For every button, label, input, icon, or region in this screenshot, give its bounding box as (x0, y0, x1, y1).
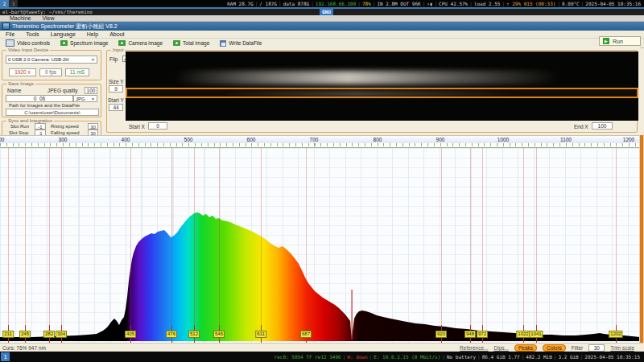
workspace-tab[interactable]: 3 (9, 0, 18, 7)
chevron-down-icon: ▼ (91, 57, 95, 62)
size-y-input[interactable]: 9 (109, 85, 123, 93)
filter-input[interactable]: 30 (588, 344, 605, 352)
menu-item[interactable]: Help (81, 31, 104, 37)
separator: | (502, 1, 505, 6)
colors-button[interactable]: Colors (543, 344, 566, 352)
rising-speed-label: Rising speed (51, 124, 79, 129)
write-datafile-button[interactable]: Write DataFile (216, 39, 266, 47)
rising-speed-input[interactable]: 30 (88, 123, 98, 130)
row-selection-rectangle[interactable] (126, 88, 638, 98)
plot-scrollbar[interactable] (639, 135, 644, 343)
reference-line (25, 148, 26, 343)
video-input-group-title: Video Input Device (6, 47, 50, 52)
trim-scale-button[interactable]: Trim scale (610, 345, 634, 351)
reference-button[interactable]: Reference... (460, 345, 488, 351)
path-label: Path for Images and the DataFile (9, 103, 80, 108)
sysbar-segment: 192.168.66.100 (316, 1, 357, 6)
sysbar-segment: / 187G (259, 1, 277, 6)
vm-menu-item[interactable]: Machine (10, 15, 31, 21)
path-input[interactable]: C:\users\user\Documents\ (6, 109, 99, 116)
separator: | (357, 1, 361, 6)
scrollbar-thumb[interactable] (640, 135, 643, 343)
axis-tick-label: 200 (0, 137, 10, 142)
menu-item[interactable]: File (0, 31, 20, 37)
workspace-indicator[interactable]: 1 (1, 352, 10, 361)
axis-tick-label: 300 (52, 137, 73, 142)
vm-menu-item[interactable]: View (42, 15, 54, 21)
spectrum-curve (0, 148, 640, 343)
slot-run-input[interactable]: -1 (35, 123, 46, 130)
reference-line (171, 148, 172, 343)
chevron-down-icon: ▼ (91, 97, 95, 101)
filter-label: Filter (572, 345, 583, 351)
dips-button[interactable]: Dips... (494, 345, 509, 351)
cursor-line (352, 290, 353, 339)
wavelength-axis: 200300400500600700800900100011001200 (0, 135, 640, 143)
camera-icon (118, 40, 126, 46)
sysbar-segment: ↑ 29% 015 (00:33) (506, 1, 555, 6)
start-x-label: Start X (129, 124, 145, 130)
menu-item[interactable]: Language (45, 31, 81, 37)
sysbar-segment: load 2.55 (474, 1, 501, 6)
separator: | (434, 1, 437, 6)
camera-image-button[interactable]: Camera image (114, 39, 167, 47)
peaks-button[interactable]: Peaks (514, 344, 537, 352)
statusbar-segment: 3.2 GiB (558, 354, 578, 360)
window-title: Theremino Spectrometer 蜜豹小種組 V8.2 (12, 23, 118, 31)
reference-label: 687 (300, 331, 312, 338)
separator: | (423, 1, 426, 6)
reference-line (61, 148, 62, 343)
separator: | (469, 1, 473, 6)
end-x-input[interactable]: 100 (592, 122, 613, 130)
camera-select[interactable]: 0 USB 2.0 Camera: USB-2H ▼ (6, 56, 97, 64)
fps-field: 0 fps (39, 68, 62, 76)
separator: | (369, 354, 373, 360)
statusbar-segment: W: down (347, 354, 367, 360)
format-select-value: JPG (76, 97, 85, 101)
desktop-status-bar: 1 rec0: 5054 TF re12 3496|W: down|E: 10.… (0, 352, 644, 362)
separator: | (343, 354, 346, 360)
window-title-bar: Theremino Spectrometer 蜜豹小種組 V8.2 (0, 22, 644, 31)
reference-line (306, 148, 307, 343)
jpeg-quality-input[interactable]: 100 (85, 87, 97, 94)
reference-label: 920 (436, 331, 447, 338)
camera-icon (173, 40, 180, 46)
sysbar-segment: 0.00°C (562, 1, 580, 6)
separator: | (581, 1, 584, 6)
camera-strip-image[interactable] (126, 51, 638, 121)
start-x-input[interactable]: 0 (148, 122, 167, 130)
cursor-readout: Curs: 76% 947 nm (2, 345, 46, 351)
selection-smear (224, 91, 514, 97)
format-select[interactable]: JPG ▼ (73, 95, 97, 102)
workspace-tab[interactable]: 2 (0, 0, 9, 7)
spectrum-plot[interactable]: 2112452823044054765125466116879209489721… (0, 148, 640, 343)
spectrum-image-button[interactable]: Spectrum image (56, 39, 112, 47)
name-label: Name (7, 88, 21, 93)
status-stats: rec0: 5054 TF re12 3496|W: down|E: 10.0.… (273, 354, 644, 360)
reference-line (194, 148, 195, 343)
input-group-title: Input (111, 47, 125, 52)
write-datafile-label: Write DataFile (229, 40, 262, 46)
image-name-input[interactable]: 0_06 (6, 95, 73, 102)
separator: | (279, 1, 282, 6)
menu-item[interactable]: Tools (20, 31, 44, 37)
reference-line (441, 148, 442, 343)
sysbar-segment: 78% (362, 1, 371, 6)
reference-label: 304 (56, 331, 67, 338)
axis-tick-label: 800 (367, 137, 388, 142)
start-y-input[interactable]: 44 (109, 104, 123, 111)
reference-label: 546 (213, 331, 225, 338)
run-button[interactable]: ▶ Run (599, 36, 641, 46)
axis-tick-label: 700 (303, 137, 324, 142)
statusbar-segment: 86.4 GiB 1.77 (482, 354, 520, 360)
menu-item[interactable]: About (104, 31, 130, 37)
reference-label: 1202 (609, 331, 622, 338)
statusbar-segment: 2025-04-05 10:35:15 (584, 354, 640, 360)
total-image-button[interactable]: Total image (169, 39, 213, 47)
terminal-title: el-bart@tweety: ~/vms/theremino (2, 9, 93, 14)
screen: 23 RAM 28.7G|/ 187G|data 878G|192.168.66… (0, 0, 644, 362)
sysbar-segment: IN 2.8M OUT 96K (377, 1, 420, 6)
axis-tick-label: 1000 (493, 137, 514, 142)
system-status-bar: 23 RAM 28.7G|/ 187G|data 878G|192.168.66… (0, 0, 644, 7)
reference-label: 476 (166, 331, 177, 338)
